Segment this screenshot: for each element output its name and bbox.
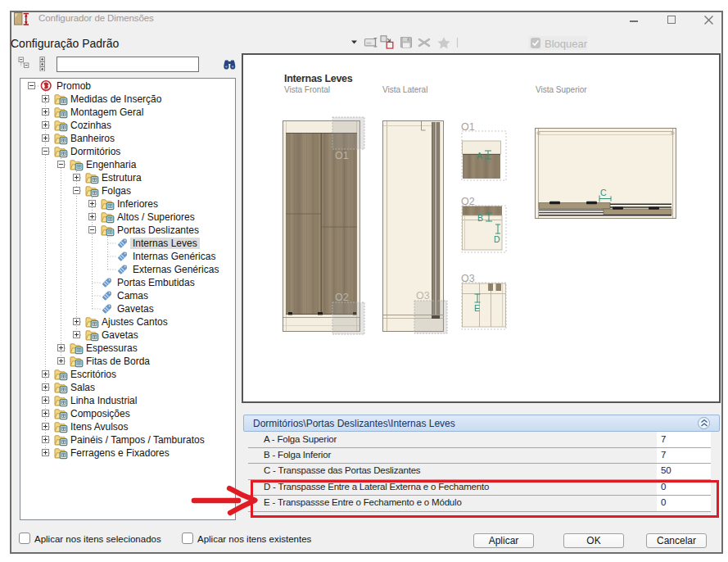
svg-text:A: A	[477, 151, 482, 161]
svg-text:D: D	[494, 234, 500, 244]
svg-text:O2: O2	[335, 292, 349, 303]
svg-text:E: E	[474, 303, 480, 313]
svg-text:B: B	[477, 213, 483, 223]
svg-text:O1: O1	[335, 150, 349, 161]
svg-text:C: C	[600, 188, 607, 197]
svg-text:O3: O3	[416, 290, 430, 301]
